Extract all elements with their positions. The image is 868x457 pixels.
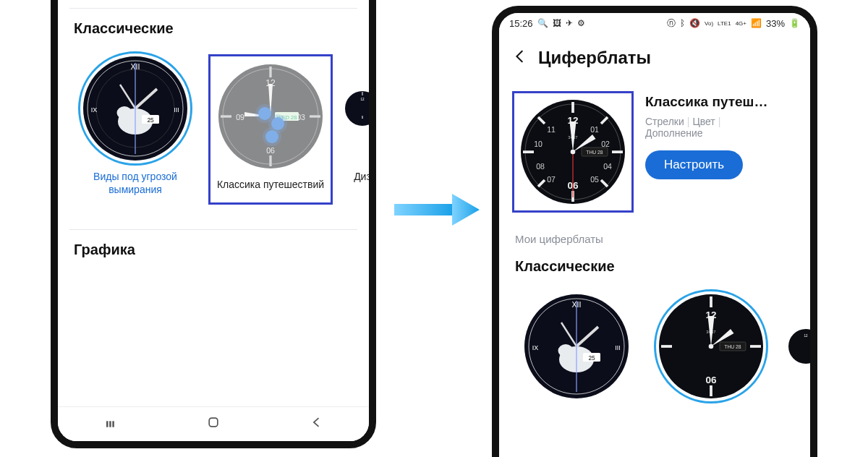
page-title: Циферблаты	[538, 48, 651, 68]
svg-text:XII: XII	[131, 62, 140, 71]
svg-point-88	[709, 344, 714, 349]
svg-text:III: III	[615, 344, 621, 351]
phone-side-button	[369, 29, 375, 72]
phone-side-button	[812, 87, 817, 130]
watch-face-icon: XII III IX 25	[522, 292, 631, 401]
watch-face-label: Виды под угрозой вымирания	[74, 170, 197, 196]
svg-text:12: 12	[360, 98, 365, 101]
touch-indicator-dot	[265, 130, 278, 143]
svg-text:06: 06	[705, 375, 717, 385]
svg-point-6	[118, 108, 153, 134]
watch-face-item[interactable]: XII III IX 25	[515, 292, 638, 401]
watch-face-thumb: XII III IX 25	[81, 54, 190, 163]
my-watchfaces-label: Мои циферблаты	[499, 226, 810, 251]
selected-face-box[interactable]: 12 03 06 09 WED 28	[208, 54, 333, 205]
svg-text:02: 02	[601, 140, 610, 148]
mute-icon: 🔇	[689, 18, 700, 28]
svg-text:08: 08	[536, 162, 545, 171]
svg-text:06: 06	[266, 146, 275, 155]
svg-text:25: 25	[588, 355, 595, 362]
selected-face-box[interactable]: 12 11 01 02 04 05 06 07 08 10 3457 THU 2…	[512, 91, 634, 213]
svg-text:01: 01	[590, 125, 599, 134]
svg-text:IX: IX	[91, 106, 98, 114]
page-header: Циферблаты	[499, 33, 810, 84]
status-bar: 15:26 🔍 🖼 ✈ ⚙ ⓝ ᛒ 🔇 Vo) LTE1 4G+ 📶 33% 🔋	[499, 13, 810, 33]
nav-home-button[interactable]	[206, 415, 221, 433]
svg-rect-31	[106, 421, 109, 427]
watch-face-thumb: 12 03 06 09 WED 28	[216, 62, 325, 171]
touch-indicator-dot	[258, 107, 271, 120]
svg-point-2	[96, 69, 174, 148]
svg-rect-84	[720, 342, 746, 351]
svg-text:05: 05	[590, 175, 599, 184]
nav-recents-button[interactable]	[103, 415, 117, 433]
svg-text:3457: 3457	[706, 330, 716, 334]
svg-point-1	[88, 61, 183, 156]
android-nav-bar	[58, 406, 369, 441]
battery-percent: 33%	[766, 18, 785, 29]
signal-icon: 📶	[751, 18, 762, 28]
watch-face-label: Классика путешествий	[217, 178, 324, 191]
gallery-icon: 🖼	[553, 18, 561, 28]
svg-text:THU 28: THU 28	[586, 150, 603, 155]
svg-marker-87	[711, 329, 734, 346]
watch-face-icon: 12 6	[344, 54, 369, 163]
svg-line-11	[120, 85, 135, 108]
search-icon: 🔍	[537, 18, 548, 28]
watch-faces-row: XII III IX 25 Виды	[58, 47, 369, 212]
svg-point-27	[345, 91, 369, 126]
status-time: 15:26	[509, 18, 533, 29]
watch-face-icon: 12	[788, 292, 810, 401]
watch-face-item[interactable]: 12 06 3457 THU 28	[650, 292, 773, 401]
svg-rect-34	[209, 418, 218, 427]
svg-point-76	[659, 294, 763, 398]
customization-option: Цвет	[692, 116, 715, 127]
svg-marker-36	[452, 194, 480, 226]
back-icon[interactable]	[512, 48, 528, 67]
watch-face-thumb: XII III IX 25	[522, 292, 631, 401]
watch-face-item-partial[interactable]: 12	[784, 292, 810, 401]
configure-button[interactable]: Настроить	[645, 150, 743, 179]
svg-point-7	[117, 106, 132, 119]
svg-text:25: 25	[147, 117, 154, 124]
watch-face-detail: 12 11 01 02 04 05 06 07 08 10 3457 THU 2…	[499, 84, 810, 226]
svg-text:12: 12	[804, 334, 808, 338]
divider	[69, 8, 357, 9]
svg-text:10: 10	[534, 140, 542, 148]
nav-back-button[interactable]	[310, 415, 324, 433]
watch-face-subtitle: Стрелки|Цвет|Дополнение	[645, 116, 797, 139]
watch-face-title: Классика путеш…	[645, 94, 797, 110]
battery-icon: 🔋	[789, 18, 800, 28]
bluetooth-icon: ᛒ	[680, 18, 685, 28]
watch-face-thumb: 12	[788, 292, 810, 401]
section-graphics-title: Графика	[58, 234, 369, 268]
my-watchfaces-label: Мои циферблаты	[58, 0, 369, 4]
svg-point-0	[83, 56, 187, 161]
svg-text:11: 11	[547, 125, 556, 134]
watch-faces-row: XII III IX 25	[499, 285, 810, 408]
watch-face-item-partial[interactable]: 12 6 Диз	[344, 54, 369, 183]
volte-icon: Vo)	[705, 20, 713, 27]
touch-indicator-dot	[271, 117, 284, 130]
section-classic-title: Классические	[58, 13, 369, 47]
phone-frame-left: Мои циферблаты Классические XII III IX	[51, 0, 376, 448]
customization-option: Стрелки	[645, 116, 684, 127]
watch-face-icon: 12 11 01 02 04 05 06 07 08 10 3457 THU 2…	[519, 98, 627, 206]
svg-rect-8	[142, 115, 159, 124]
phone-frame-right: 15:26 🔍 🖼 ✈ ⚙ ⓝ ᛒ 🔇 Vo) LTE1 4G+ 📶 33% 🔋	[492, 6, 817, 457]
svg-marker-86	[708, 316, 715, 346]
svg-rect-33	[112, 421, 114, 427]
watch-face-label: Диз	[354, 170, 369, 183]
svg-point-70	[558, 344, 574, 357]
svg-point-63	[571, 150, 576, 155]
nfc-icon: ⓝ	[667, 17, 676, 30]
telegram-icon: ✈	[566, 18, 573, 28]
phone-side-button	[369, 83, 375, 127]
customization-option: Дополнение	[645, 127, 703, 139]
svg-text:IX: IX	[532, 344, 539, 351]
watch-face-item[interactable]: XII III IX 25 Виды	[74, 54, 197, 196]
lte-icon: LTE1	[718, 20, 731, 27]
svg-text:12: 12	[705, 309, 716, 320]
watch-face-icon: 12 06 3457 THU 28	[657, 292, 765, 401]
svg-text:III: III	[174, 106, 179, 114]
